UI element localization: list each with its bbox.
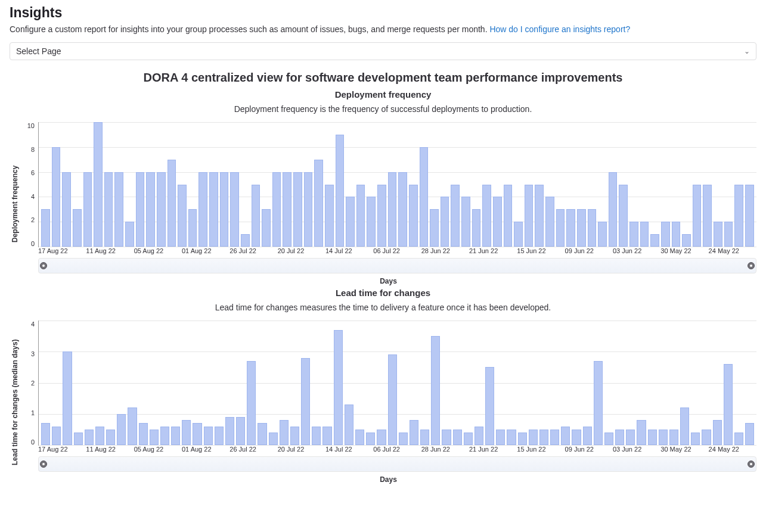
bar[interactable] <box>442 430 451 445</box>
bar[interactable] <box>283 172 291 247</box>
bar[interactable] <box>691 433 700 445</box>
bar[interactable] <box>178 185 187 247</box>
bar[interactable] <box>220 172 229 247</box>
chart1-plot[interactable] <box>38 122 756 247</box>
bar[interactable] <box>745 423 754 445</box>
bar[interactable] <box>258 423 266 445</box>
bar[interactable] <box>346 197 355 247</box>
bar[interactable] <box>572 430 581 445</box>
bar[interactable] <box>74 433 83 445</box>
bar[interactable] <box>464 433 473 445</box>
bar[interactable] <box>485 367 494 445</box>
bar[interactable] <box>209 172 218 247</box>
bar[interactable] <box>225 417 234 445</box>
bar[interactable] <box>682 234 691 247</box>
bar[interactable] <box>399 433 408 445</box>
bar[interactable] <box>430 209 439 247</box>
bar[interactable] <box>461 197 470 247</box>
bar[interactable] <box>566 209 575 247</box>
bar[interactable] <box>420 147 429 247</box>
bar[interactable] <box>577 209 586 247</box>
bar[interactable] <box>269 433 278 445</box>
bar[interactable] <box>377 430 386 445</box>
bar[interactable] <box>73 209 82 247</box>
bar[interactable] <box>304 172 313 247</box>
bar[interactable] <box>290 427 299 445</box>
bar[interactable] <box>345 405 353 445</box>
bar[interactable] <box>650 234 659 247</box>
bar[interactable] <box>41 209 50 247</box>
bar[interactable] <box>482 185 491 247</box>
scrub-handle-left[interactable] <box>40 461 47 468</box>
bar[interactable] <box>398 172 407 247</box>
bar[interactable] <box>648 430 657 445</box>
scrub-handle-right[interactable] <box>748 262 755 269</box>
bar[interactable] <box>410 420 418 445</box>
bar[interactable] <box>168 160 176 247</box>
bar[interactable] <box>661 222 670 247</box>
bar[interactable] <box>139 423 148 445</box>
bar[interactable] <box>94 122 103 247</box>
bar[interactable] <box>301 358 310 445</box>
bar[interactable] <box>117 414 126 445</box>
bar[interactable] <box>441 197 449 247</box>
page-select[interactable]: Select Page ⌄ <box>10 42 756 60</box>
bar[interactable] <box>252 185 260 247</box>
help-link[interactable]: How do I configure an insights report? <box>489 24 630 34</box>
bar[interactable] <box>556 209 565 247</box>
bar[interactable] <box>453 430 462 445</box>
bar[interactable] <box>496 430 505 445</box>
bar[interactable] <box>312 427 321 445</box>
chart2-scrubber[interactable] <box>38 456 756 472</box>
bar[interactable] <box>629 222 638 247</box>
bar[interactable] <box>366 433 375 445</box>
bar[interactable] <box>713 420 722 445</box>
chart2-plot[interactable] <box>38 321 756 446</box>
bar[interactable] <box>41 423 50 445</box>
bar[interactable] <box>95 427 104 445</box>
bar[interactable] <box>52 427 61 445</box>
bar[interactable] <box>451 185 460 247</box>
bar[interactable] <box>672 222 681 247</box>
bar[interactable] <box>545 197 554 247</box>
bar[interactable] <box>609 172 618 247</box>
bar[interactable] <box>272 172 281 247</box>
bar[interactable] <box>128 407 137 445</box>
bar[interactable] <box>734 185 743 247</box>
scrub-handle-right[interactable] <box>748 461 755 468</box>
bar[interactable] <box>507 430 516 445</box>
bar[interactable] <box>724 364 733 445</box>
bar[interactable] <box>247 361 256 445</box>
bar[interactable] <box>171 427 180 445</box>
bar[interactable] <box>150 430 159 445</box>
bar[interactable] <box>160 427 169 445</box>
bar[interactable] <box>106 430 115 445</box>
bar[interactable] <box>388 354 397 445</box>
bar[interactable] <box>615 430 624 445</box>
bar[interactable] <box>336 135 345 247</box>
bar[interactable] <box>525 185 534 247</box>
bar[interactable] <box>377 185 386 247</box>
bar[interactable] <box>561 427 570 445</box>
bar[interactable] <box>535 185 544 247</box>
bar[interactable] <box>659 430 668 445</box>
bar[interactable] <box>702 430 711 445</box>
bar[interactable] <box>475 427 483 445</box>
scrub-handle-left[interactable] <box>40 262 47 269</box>
bar[interactable] <box>236 417 245 445</box>
bar[interactable] <box>280 420 289 445</box>
bar[interactable] <box>472 209 481 247</box>
bar[interactable] <box>550 430 559 445</box>
bar[interactable] <box>157 172 166 247</box>
bar[interactable] <box>188 209 197 247</box>
bar[interactable] <box>125 222 134 247</box>
bar[interactable] <box>619 185 628 247</box>
bar[interactable] <box>367 197 376 247</box>
bar[interactable] <box>703 185 712 247</box>
bar[interactable] <box>63 351 72 445</box>
bar[interactable] <box>640 222 649 247</box>
bar[interactable] <box>529 430 538 445</box>
bar[interactable] <box>114 172 123 247</box>
bar[interactable] <box>504 185 513 247</box>
bar[interactable] <box>334 330 343 445</box>
